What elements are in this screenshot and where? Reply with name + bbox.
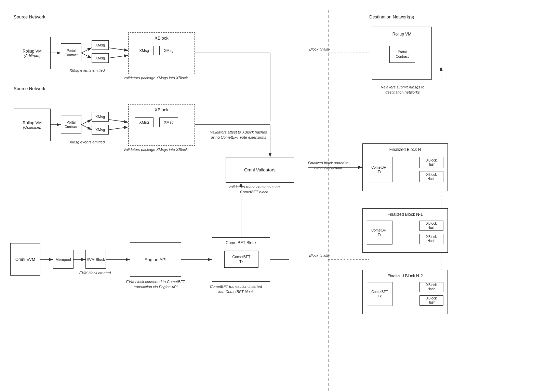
rollup-vm-arbitrum: Rollup VM (Arbitrum): [14, 37, 51, 69]
finalized-block-n: Finalized Block N CometBFTTx XBlockHash …: [362, 143, 448, 191]
svg-line-10: [81, 120, 92, 125]
validators-consensus-label: Validators reach consensus onCometBFT bl…: [218, 184, 290, 195]
rollup-vm-arbitrum-label: Rollup VM: [23, 49, 41, 54]
xblock-1: XBlock XMsg XMsg: [128, 32, 195, 74]
rollup-vm-optimism-label: Rollup VM: [23, 121, 41, 125]
xblock-2: XBlock XMsg XMsg: [128, 104, 195, 146]
diagram-container: Source Network Source Network Destinatio…: [0, 0, 547, 392]
finalized-block-n2: Finalized Block N-2 CometBFTTx XBlockHas…: [362, 270, 448, 314]
finalized-block-n1: Finalized Block N-1 CometBFTTx XBlockHas…: [362, 208, 448, 253]
rollup-vm-optimism-sublabel: (Optimism): [23, 125, 41, 129]
validators-package-label-2: Validators package XMsgs into XBlock: [121, 148, 190, 152]
section-title-source-1: Source Network: [14, 14, 45, 19]
svg-line-6: [109, 55, 128, 58]
section-title-source-2: Source Network: [14, 86, 45, 91]
cometbft-block: CometBFT Block CometBFTTx: [212, 237, 270, 282]
xmsg-events-label-1: XMsg events emitted: [67, 68, 108, 72]
portal-contract-1: PortalContract: [61, 43, 81, 62]
xmsg-2b: XMsg: [92, 125, 109, 135]
section-title-destination: Destination Network(s): [369, 14, 414, 19]
omni-evm: Omni EVM: [10, 243, 40, 276]
evm-block: EVM Block: [85, 250, 106, 269]
block-finality-top-label: Block finality: [299, 47, 340, 51]
omni-validators: Omni Validators: [226, 157, 294, 183]
xmsg-1b: XMsg: [92, 53, 109, 63]
engine-api: Engine API: [130, 242, 181, 277]
svg-line-11: [81, 125, 92, 130]
portal-contract-2: PortalContract: [61, 115, 81, 134]
svg-line-5: [109, 48, 128, 51]
svg-line-13: [109, 127, 128, 130]
xmsg-1a: XMsg: [92, 40, 109, 50]
relayers-submit-label: Relayers submit XMsgs todestination netw…: [373, 85, 432, 95]
xmsg-2a: XMsg: [92, 112, 109, 122]
validators-package-label-1: Validators package XMsgs into XBlock: [121, 76, 190, 80]
mempool: Mempool: [53, 250, 74, 269]
arrows-svg: [0, 0, 547, 392]
rollup-vm-arbitrum-sublabel: (Arbitrum): [23, 54, 41, 58]
svg-line-12: [109, 120, 128, 122]
validators-attest-label: Validators attest to XBlock hashesusing …: [205, 130, 272, 140]
finalized-block-added-label: Finalized block added toOmni blockchain: [297, 160, 359, 171]
block-finality-bottom-label: Block finality: [299, 253, 340, 257]
svg-line-3: [81, 48, 92, 53]
rollup-vm-dest: Rollup VM PortalContract: [372, 27, 432, 80]
cometbft-inserted-label: CometBFT transaction insertedinto CometB…: [202, 284, 270, 295]
rollup-vm-optimism: Rollup VM (Optimism): [14, 109, 51, 141]
svg-line-4: [81, 53, 92, 58]
evm-block-converted-label: EVM block converted to CometBFTtransacti…: [123, 279, 188, 290]
xmsg-events-label-2: XMsg events emitted: [67, 140, 108, 144]
evm-block-created-label: EVM block created: [78, 271, 112, 275]
